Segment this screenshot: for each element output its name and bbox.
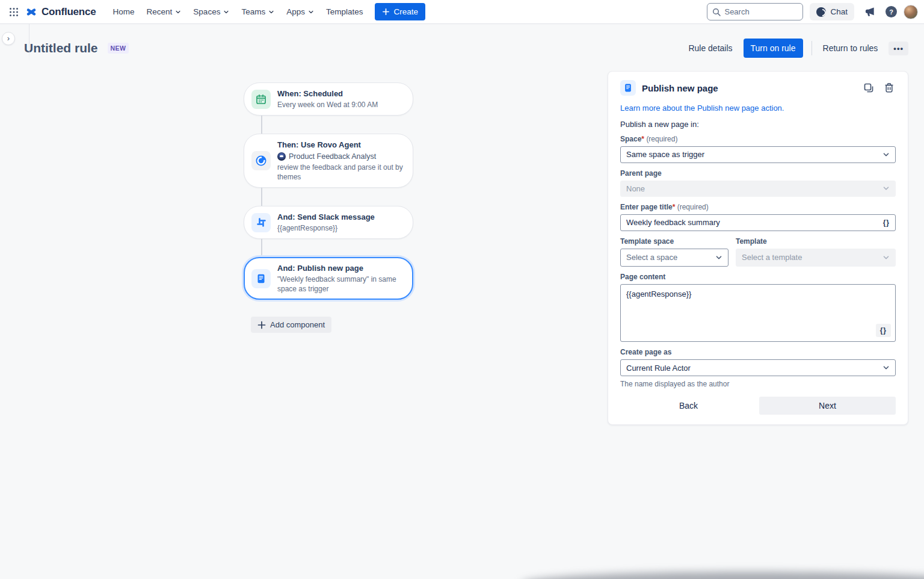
return-to-rules-button[interactable]: Return to rules xyxy=(821,40,881,57)
chevron-down-icon xyxy=(308,9,314,15)
page-content-field-label: Page content xyxy=(620,273,896,282)
duplicate-action-button[interactable] xyxy=(862,81,875,94)
insert-variable-button[interactable]: {} xyxy=(878,218,895,227)
rovo-chat-icon xyxy=(816,7,826,17)
nav-item-spaces[interactable]: Spaces xyxy=(187,3,235,20)
nav-item-label: Apps xyxy=(286,7,305,16)
flow-card-slack-message[interactable]: And: Send Slack message {{agentResponse}… xyxy=(244,206,413,239)
page-content-container: {{agentResponse}} {} xyxy=(620,284,896,342)
page-title: Untitled rule xyxy=(24,41,98,55)
required-asterisk: * xyxy=(673,203,676,211)
document-icon xyxy=(620,80,636,96)
flow-card-rovo-agent[interactable]: Then: Use Rovo Agent Product Feedback An… xyxy=(244,134,413,188)
create-page-as-helper: The name displayed as the author xyxy=(620,380,896,388)
confluence-mark-icon xyxy=(25,7,37,17)
flow-card-scheduled-trigger[interactable]: When: Scheduled Every week on Wed at 9:0… xyxy=(244,82,413,116)
plus-icon xyxy=(382,8,390,16)
space-select-value: Same space as trigger xyxy=(626,150,704,159)
flow-connector xyxy=(261,116,262,134)
card-title: And: Publish new page xyxy=(277,263,403,273)
page-title-field-label: Enter page title* (required) xyxy=(620,203,896,212)
template-space-select[interactable]: Select a space xyxy=(620,249,728,267)
required-hint: (required) xyxy=(646,135,677,143)
back-button[interactable]: Back xyxy=(620,397,757,415)
flow-connector xyxy=(261,239,262,257)
user-avatar[interactable] xyxy=(904,5,918,19)
flow-connector xyxy=(261,188,262,206)
card-title: Then: Use Rovo Agent xyxy=(277,140,403,150)
new-badge: NEW xyxy=(108,43,129,54)
required-hint: (required) xyxy=(677,203,709,211)
chevron-down-icon xyxy=(268,9,274,15)
chevron-down-icon xyxy=(882,364,890,371)
collapsed-panel-divider xyxy=(29,24,29,61)
header-divider xyxy=(812,41,812,55)
create-button-label: Create xyxy=(393,7,418,16)
notifications-button[interactable] xyxy=(861,3,879,21)
add-component-button[interactable]: Add component xyxy=(251,317,331,333)
parent-page-select-value: None xyxy=(626,184,645,193)
nav-item-label: Spaces xyxy=(193,7,220,16)
create-button[interactable]: Create xyxy=(375,3,425,20)
card-title: When: Scheduled xyxy=(277,88,378,99)
chevron-down-icon xyxy=(715,254,722,261)
template-placeholder: Select a template xyxy=(742,253,802,262)
chat-button[interactable]: Chat xyxy=(810,3,854,20)
chevron-down-icon xyxy=(882,254,890,261)
more-actions-button[interactable]: ••• xyxy=(889,42,908,55)
document-icon xyxy=(251,269,271,288)
page-content-textarea[interactable]: {{agentResponse}} xyxy=(621,285,895,342)
delete-action-button[interactable] xyxy=(882,81,896,94)
app-grid-icon xyxy=(9,7,19,17)
next-button[interactable]: Next xyxy=(759,397,896,415)
calendar-icon xyxy=(251,90,271,109)
slack-icon xyxy=(251,213,271,232)
panel-intro-text: Publish a new page in: xyxy=(620,120,896,129)
nav-item-label: Templates xyxy=(326,7,363,16)
nav-item-label: Home xyxy=(113,7,135,16)
flow-card-publish-page[interactable]: And: Publish new page "Weekly feedback s… xyxy=(244,257,413,300)
card-subtitle: Every week on Wed at 9:00 AM xyxy=(277,100,378,110)
product-name: Confluence xyxy=(42,6,96,18)
nav-item-teams[interactable]: Teams xyxy=(235,3,280,20)
create-page-as-field-label: Create page as xyxy=(620,348,896,357)
insert-variable-button[interactable]: {} xyxy=(876,324,891,337)
create-page-as-select[interactable]: Current Rule Actor xyxy=(620,359,896,376)
nav-item-label: Teams xyxy=(241,7,265,16)
search-input-container[interactable] xyxy=(707,3,803,20)
confluence-logo[interactable]: Confluence xyxy=(25,6,96,18)
card-title: And: Send Slack message xyxy=(277,212,375,222)
learn-more-link[interactable]: Learn more about the Publish new page ac… xyxy=(620,104,896,113)
page-title-input-container: {} xyxy=(620,214,896,231)
rule-header: Untitled rule NEW Rule details Turn on r… xyxy=(0,24,924,66)
nav-item-apps[interactable]: Apps xyxy=(280,3,320,20)
template-space-placeholder: Select a space xyxy=(626,253,677,262)
search-icon xyxy=(712,8,721,16)
turn-on-rule-button[interactable]: Turn on rule xyxy=(744,39,803,58)
help-button[interactable]: ? xyxy=(886,6,897,17)
parent-page-field-label: Parent page xyxy=(620,169,896,178)
agent-row: Product Feedback Analyst xyxy=(277,152,403,161)
nav-item-home[interactable]: Home xyxy=(107,3,141,20)
app-switcher-button[interactable] xyxy=(5,3,23,21)
chevron-down-icon xyxy=(175,9,181,15)
template-field-label: Template xyxy=(736,237,896,246)
add-component-label: Add component xyxy=(270,320,325,329)
space-select[interactable]: Same space as trigger xyxy=(620,146,896,163)
plus-icon xyxy=(257,321,266,329)
page-title-input[interactable] xyxy=(621,218,878,227)
agent-name: Product Feedback Analyst xyxy=(289,152,376,161)
bottom-edge-shadow xyxy=(521,572,924,579)
search-input[interactable] xyxy=(724,7,798,16)
nav-item-recent[interactable]: Recent xyxy=(141,3,188,20)
chevron-right-icon: › xyxy=(7,34,10,42)
rule-details-button[interactable]: Rule details xyxy=(686,40,735,57)
action-config-panel: Publish new page Learn more about the Pu… xyxy=(608,71,908,425)
card-description: review the feedback and parse it out by … xyxy=(277,163,403,182)
expand-sidebar-button[interactable]: › xyxy=(2,32,15,45)
nav-item-label: Recent xyxy=(147,7,173,16)
panel-title: Publish new page xyxy=(642,83,718,93)
rovo-agent-icon xyxy=(251,151,271,170)
chevron-down-icon xyxy=(223,9,229,15)
nav-item-templates[interactable]: Templates xyxy=(320,3,369,20)
